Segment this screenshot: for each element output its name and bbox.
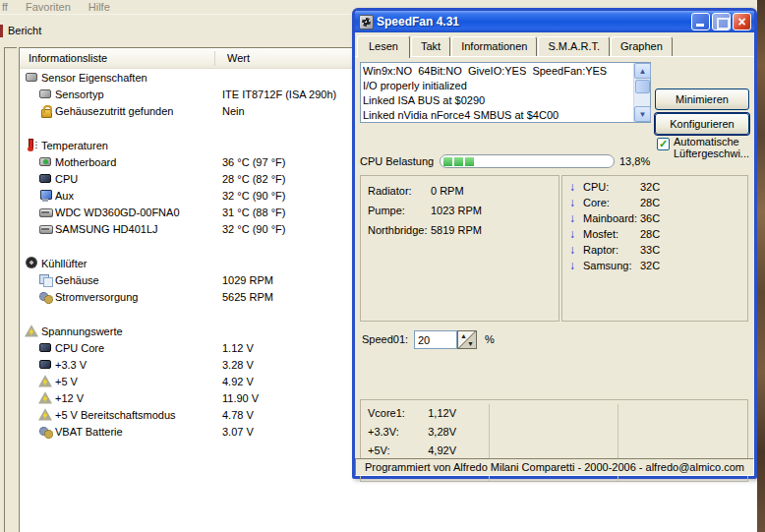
speedfan-window: SpeedFan 4.31 × Lesen Takt Informationen… (352, 8, 757, 479)
row-icon (38, 88, 52, 100)
row-icon (38, 273, 52, 286)
auto-fan-checkbox[interactable]: ✓ (657, 138, 670, 150)
row-value: 1.12 V (222, 342, 254, 354)
speed01-label: Speed01: (362, 333, 408, 345)
voltage-value: 1,12V (409, 404, 456, 423)
spin-up-icon[interactable]: ▲ (460, 332, 467, 339)
temp-trend-down-icon: ↓ (569, 210, 583, 226)
row-value: Nein (222, 105, 245, 117)
temp-label: Mosfet: (583, 226, 640, 242)
temp-label: Raptor: (583, 242, 640, 258)
row-label: Aux (55, 190, 74, 202)
temp-value: 32C (640, 258, 660, 273)
row-value: 28 °C (82 °F) (222, 173, 285, 185)
close-window-button[interactable]: × (733, 13, 751, 30)
row-value: 31 °C (88 °F) (222, 207, 285, 218)
fan-value: 0 RPM (431, 181, 464, 201)
temp-label: CPU: (583, 179, 640, 195)
tab[interactable]: Lesen (357, 35, 410, 58)
row-icon (38, 222, 52, 235)
cpu-load-progressbar (440, 154, 615, 168)
speed01-input[interactable] (414, 330, 457, 349)
row-icon (25, 71, 38, 84)
tab[interactable]: Takt (411, 36, 450, 56)
menu-item[interactable]: Hilfe (87, 0, 112, 14)
menu-item[interactable]: Favoriten (24, 0, 73, 14)
row-label: +5 V (55, 376, 78, 387)
row-label: Sensor Eigenschaften (41, 72, 147, 84)
scrollbar-thumb[interactable] (635, 80, 650, 93)
automatic-fan-speed-control: ✓ Automatische Lüftergeschwi... (657, 136, 749, 159)
minimize-window-button[interactable] (691, 13, 710, 30)
row-icon (25, 325, 38, 337)
status-log-box[interactable]: Win9x:NO 64Bit:NO GiveIO:YES SpeedFan:YE… (360, 62, 651, 123)
temperature-reading-row: ↓ Core: 28C (569, 195, 747, 210)
row-value: 36 °C (97 °F) (222, 156, 285, 168)
row-value: 4.92 V (222, 376, 254, 387)
scroll-down-icon[interactable]: ▼ (634, 106, 651, 122)
log-line: Linked ISA BUS at $0290 (363, 93, 632, 108)
maximize-window-button[interactable] (712, 13, 731, 30)
temp-value: 33C (640, 242, 660, 258)
minimieren-button[interactable]: Minimieren (655, 89, 749, 110)
temp-trend-down-icon: ↓ (569, 195, 583, 210)
row-icon (38, 189, 52, 202)
row-label: WDC WD360GD-00FNA0 (55, 207, 180, 218)
speed01-spinner[interactable]: ▲ ▼ (457, 330, 477, 349)
fan-label: Northbridge: (368, 220, 431, 240)
speed01-unit: % (485, 333, 495, 345)
fan-label: Radiator: (368, 181, 431, 201)
temp-trend-down-icon: ↓ (569, 179, 583, 195)
progress-segment (454, 157, 463, 166)
screen: ff Favoriten Hilfe Bericht Informationsl… (0, 0, 765, 532)
fan-reading-row: Northbridge: 5819 RPM (368, 220, 559, 240)
tab[interactable]: Informationen (451, 36, 537, 56)
temp-label: Core: (583, 195, 640, 210)
row-value: 3.28 V (222, 359, 254, 371)
column-header-wert[interactable]: Wert (215, 52, 250, 64)
tab-bar: Lesen Takt Informationen S.M.A.R.T. Grap… (357, 34, 674, 56)
status-bar: Programmiert von Alfredo Milani Comparet… (355, 458, 754, 476)
column-header-informationsliste[interactable]: Informationsliste (20, 51, 215, 66)
temp-label: Mainboard: (583, 210, 640, 226)
row-label: Sensortyp (55, 89, 104, 100)
log-line: Linked nVidia nForce4 SMBUS at $4C00 (363, 108, 632, 123)
auto-fan-label: Automatische Lüftergeschwi... (674, 136, 749, 159)
row-icon (38, 408, 52, 421)
bericht-button[interactable]: Bericht (8, 25, 41, 36)
fan-readings-panel: Radiator: 0 RPM Pumpe: 1023 RPM Northbri… (360, 175, 559, 322)
row-label: Kühllüfter (41, 258, 87, 269)
row-icon (38, 290, 52, 303)
window-body: Lesen Takt Informationen S.M.A.R.T. Grap… (355, 32, 754, 476)
temperature-reading-row: ↓ Samsung: 32C (569, 258, 747, 273)
temperature-reading-row: ↓ Raptor: 33C (569, 242, 747, 258)
row-icon (38, 172, 52, 185)
temp-value: 32C (640, 179, 660, 195)
scroll-up-icon[interactable]: ▲ (634, 63, 651, 79)
konfigurieren-button[interactable]: Konfigurieren (655, 113, 749, 135)
fan-reading-row: Radiator: 0 RPM (368, 181, 559, 201)
desktop-wallpaper-sliver (757, 0, 765, 532)
log-scrollbar[interactable]: ▲ ▼ (633, 63, 650, 122)
temp-value: 28C (640, 226, 660, 242)
row-icon (38, 155, 52, 168)
row-value: 32 °C (90 °F) (222, 190, 285, 202)
row-value: ITE IT8712F (ISA 290h) (222, 89, 336, 100)
fan-label: Pumpe: (368, 201, 431, 220)
temperature-reading-row: ↓ Mosfet: 28C (569, 226, 747, 242)
status-log-lines: Win9x:NO 64Bit:NO GiveIO:YES SpeedFan:YE… (363, 64, 632, 123)
menu-item[interactable]: ff (0, 0, 10, 14)
row-label: Gehäuse (55, 274, 99, 286)
tab[interactable]: S.M.A.R.T. (538, 36, 610, 56)
row-value: 32 °C (90 °F) (222, 223, 285, 235)
row-value: 1029 RPM (222, 274, 273, 286)
window-title: SpeedFan 4.31 (377, 15, 689, 29)
fan-value: 1023 RPM (431, 201, 482, 220)
row-label: Motherboard (55, 156, 116, 168)
row-label: Temperaturen (41, 140, 108, 151)
spin-down-icon[interactable]: ▼ (467, 340, 474, 347)
row-icon (38, 425, 52, 438)
tab[interactable]: Graphen (611, 36, 673, 56)
title-bar[interactable]: SpeedFan 4.31 × (355, 11, 754, 32)
row-value: 4.78 V (222, 409, 254, 421)
